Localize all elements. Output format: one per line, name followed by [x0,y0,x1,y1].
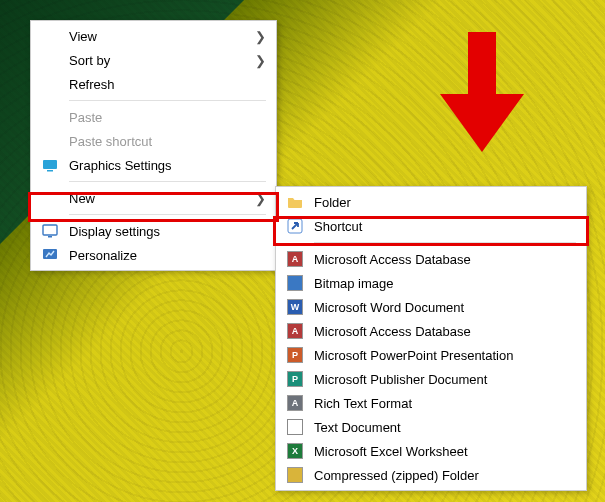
menu-item-label: Microsoft Publisher Document [314,372,576,387]
menu-item-label: Shortcut [314,219,576,234]
rtf-file-icon: A [284,394,306,412]
menu-separator [69,181,266,182]
submenu-item-excel-worksheet[interactable]: X Microsoft Excel Worksheet [278,439,584,463]
zip-folder-icon [284,466,306,484]
blank-icon [39,51,61,69]
menu-item-label: View [69,29,254,44]
submenu-item-powerpoint-presentation[interactable]: P Microsoft PowerPoint Presentation [278,343,584,367]
submenu-item-access-database-2[interactable]: A Microsoft Access Database [278,319,584,343]
access-file-icon: A [284,250,306,268]
submenu-item-bitmap-image[interactable]: Bitmap image [278,271,584,295]
menu-item-display-settings[interactable]: Display settings [33,219,274,243]
menu-item-view[interactable]: View ❯ [33,24,274,48]
powerpoint-file-icon: P [284,346,306,364]
blank-icon [39,27,61,45]
submenu-arrow-icon: ❯ [254,29,266,44]
graphics-settings-icon [39,156,61,174]
excel-file-icon: X [284,442,306,460]
submenu-arrow-icon: ❯ [254,191,266,206]
submenu-item-text-document[interactable]: Text Document [278,415,584,439]
text-file-icon [284,418,306,436]
svg-rect-2 [43,225,57,235]
menu-item-personalize[interactable]: Personalize [33,243,274,267]
menu-item-label: Microsoft Excel Worksheet [314,444,576,459]
folder-icon [284,193,306,211]
menu-item-label: Personalize [69,248,266,263]
publisher-file-icon: P [284,370,306,388]
submenu-item-publisher-document[interactable]: P Microsoft Publisher Document [278,367,584,391]
menu-separator [314,242,576,243]
menu-item-label: Microsoft Word Document [314,300,576,315]
shortcut-icon [284,217,306,235]
blank-icon [39,189,61,207]
svg-rect-3 [48,236,52,238]
desktop-context-menu: View ❯ Sort by ❯ Refresh Paste Paste sho… [30,20,277,271]
menu-item-label: Bitmap image [314,276,576,291]
menu-item-sort-by[interactable]: Sort by ❯ [33,48,274,72]
menu-item-label: Microsoft Access Database [314,252,576,267]
menu-separator [69,214,266,215]
menu-item-paste: Paste [33,105,274,129]
submenu-item-compressed-folder[interactable]: Compressed (zipped) Folder [278,463,584,487]
menu-item-label: Paste [69,110,266,125]
submenu-item-folder[interactable]: Folder [278,190,584,214]
menu-item-label: Microsoft Access Database [314,324,576,339]
submenu-item-rich-text-format[interactable]: A Rich Text Format [278,391,584,415]
menu-item-refresh[interactable]: Refresh [33,72,274,96]
access-file-icon: A [284,322,306,340]
personalize-icon [39,246,61,264]
submenu-item-access-database[interactable]: A Microsoft Access Database [278,247,584,271]
menu-item-label: Graphics Settings [69,158,266,173]
menu-item-label: Display settings [69,224,266,239]
submenu-arrow-icon: ❯ [254,53,266,68]
menu-item-graphics-settings[interactable]: Graphics Settings [33,153,274,177]
annotation-arrow-icon [440,32,524,152]
blank-icon [39,132,61,150]
menu-separator [69,100,266,101]
menu-item-label: Text Document [314,420,576,435]
submenu-item-word-document[interactable]: W Microsoft Word Document [278,295,584,319]
menu-item-new[interactable]: New ❯ [33,186,274,210]
menu-item-label: Compressed (zipped) Folder [314,468,576,483]
display-settings-icon [39,222,61,240]
svg-rect-0 [43,160,57,169]
menu-item-label: Sort by [69,53,254,68]
menu-item-label: New [69,191,254,206]
submenu-item-shortcut[interactable]: Shortcut [278,214,584,238]
menu-item-label: Paste shortcut [69,134,266,149]
menu-item-label: Refresh [69,77,266,92]
blank-icon [39,108,61,126]
menu-item-paste-shortcut: Paste shortcut [33,129,274,153]
menu-item-label: Rich Text Format [314,396,576,411]
menu-item-label: Microsoft PowerPoint Presentation [314,348,576,363]
word-file-icon: W [284,298,306,316]
svg-rect-1 [47,170,53,172]
new-submenu: Folder Shortcut A Microsoft Access Datab… [275,186,587,491]
bitmap-file-icon [284,274,306,292]
blank-icon [39,75,61,93]
menu-item-label: Folder [314,195,576,210]
